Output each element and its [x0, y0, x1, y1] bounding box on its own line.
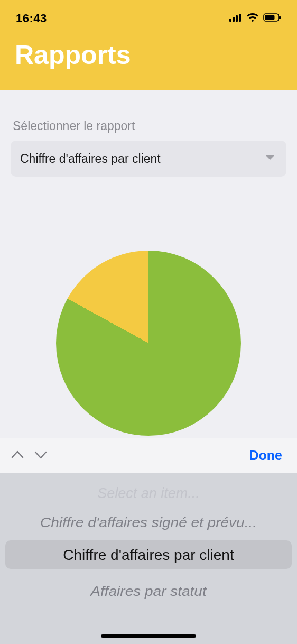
picker-option-next[interactable]: Affaires par statut [0, 583, 297, 599]
picker-placeholder: Select an item... [0, 485, 297, 502]
done-button[interactable]: Done [249, 448, 283, 463]
wifi-icon [246, 13, 259, 24]
content: Sélectionner le rapport Chiffre d'affair… [0, 90, 297, 436]
svg-rect-0 [229, 19, 231, 22]
pie-chart [11, 251, 286, 436]
status-bar: 16:43 [0, 11, 297, 26]
picker-drum[interactable]: Select an item... Chiffre d'affaires sig… [0, 473, 297, 644]
svg-rect-6 [279, 16, 281, 19]
app-header: 16:43 Rapports [0, 0, 297, 90]
svg-rect-5 [265, 15, 275, 20]
status-time: 16:43 [16, 12, 47, 25]
svg-rect-3 [239, 14, 241, 22]
svg-rect-1 [233, 17, 235, 22]
report-select-value: Chiffre d'affaires par client [20, 152, 161, 166]
status-indicators [229, 13, 281, 24]
picker-option-selected[interactable]: Chiffre d'affaires par client [0, 547, 297, 564]
picker-toolbar: Done [0, 438, 297, 473]
battery-icon [263, 13, 281, 24]
chevron-down-icon [265, 154, 275, 163]
report-select[interactable]: Chiffre d'affaires par client [11, 141, 286, 177]
svg-rect-2 [236, 15, 238, 22]
picker-option-prev[interactable]: Chiffre d'affaires signé et prévu... [0, 514, 297, 530]
cellular-icon [229, 13, 242, 24]
report-select-label: Sélectionner le rapport [13, 119, 284, 133]
pie-chart-canvas [56, 251, 241, 436]
page-title: Rapports [0, 26, 297, 70]
picker-prev-arrow-icon[interactable] [11, 449, 24, 462]
home-indicator[interactable] [101, 634, 196, 638]
picker-next-arrow-icon[interactable] [34, 449, 48, 462]
